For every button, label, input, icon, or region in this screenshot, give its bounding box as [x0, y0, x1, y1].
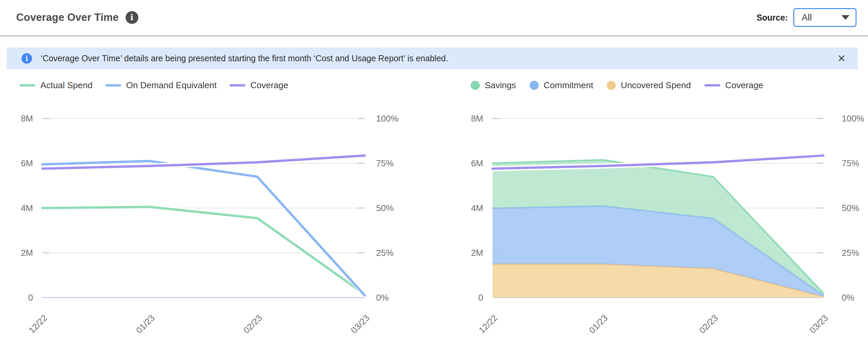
y-axis-label-right: 50% [842, 203, 859, 213]
x-axis-label: 12/22 [27, 313, 49, 335]
uncovered-spend-swatch-circle-icon [607, 81, 616, 90]
legend-label: Commitment [544, 80, 593, 91]
x-axis-label: 01/23 [134, 313, 157, 335]
legend-item-savings[interactable]: Savings [471, 80, 516, 91]
banner-info-icon: i [22, 53, 32, 64]
line-chart-legend: Actual SpendOn Demand EquivalentCoverage [20, 80, 288, 91]
y-axis-label-right: 25% [842, 248, 859, 258]
y-axis-label-left: 2M [471, 248, 483, 258]
x-axis-label: 12/22 [477, 313, 499, 335]
source-label: Source: [756, 13, 788, 23]
y-axis-label-left: 6M [471, 158, 483, 168]
y-axis-label-right: 0% [842, 292, 855, 303]
y-axis-label-left: 2M [21, 248, 33, 258]
y-axis-label-right: 50% [376, 203, 394, 213]
x-axis-label: 02/23 [241, 313, 264, 335]
chevron-down-icon [841, 15, 849, 20]
y-axis-label-left: 8M [471, 114, 483, 124]
legend-label: Uncovered Spend [621, 80, 691, 91]
title-wrap: Coverage Over Time i [16, 11, 138, 24]
coverage-swatch-line-icon [704, 84, 720, 87]
legend-label: Coverage [725, 80, 763, 91]
y-axis-label-right: 100% [842, 114, 864, 124]
actual-spend-line [42, 207, 365, 294]
y-axis-label-left: 6M [21, 158, 33, 168]
coverage-line-chart: 00%2M25%4M50%6M75%8M100%12/2201/2302/230… [13, 101, 431, 342]
savings-swatch-circle-icon [471, 81, 480, 90]
on-demand-equivalent-line [42, 161, 365, 295]
coverage-over-time-panel: Coverage Over Time i Source: All i ‘Cove… [0, 0, 868, 342]
legend-item-actual-spend[interactable]: Actual Spend [20, 80, 93, 91]
actual-spend-line-halo [42, 207, 365, 294]
y-axis-label-right: 75% [842, 158, 859, 168]
y-axis-label-left: 0 [478, 292, 483, 303]
title-info-icon[interactable]: i [126, 11, 138, 24]
legend-label: On Demand Equivalent [126, 80, 217, 91]
info-banner: i ‘Coverage Over Time’ details are being… [7, 48, 858, 69]
legend-item-coverage[interactable]: Coverage [229, 80, 288, 91]
y-axis-label-right: 100% [376, 114, 399, 124]
y-axis-label-left: 0 [28, 292, 33, 303]
y-axis-label-left: 8M [21, 114, 33, 124]
banner-text: ‘Coverage Over Time’ details are being p… [41, 54, 448, 63]
on-demand-equivalent-line-halo [42, 161, 365, 295]
legend-item-commitment[interactable]: Commitment [530, 80, 593, 91]
page-title: Coverage Over Time [16, 11, 119, 24]
close-icon[interactable]: ✕ [837, 54, 846, 64]
actual-spend-swatch-line-icon [20, 84, 35, 87]
coverage-stacked-chart: 00%2M25%4M50%6M75%8M100%12/2201/2302/230… [465, 101, 868, 342]
header-divider [0, 35, 868, 36]
y-axis-label-right: 75% [376, 158, 394, 168]
source-dropdown-value: All [802, 12, 812, 23]
y-axis-label-right: 0% [376, 292, 389, 303]
savings-commitment-stacked-svg: 00%2M25%4M50%6M75%8M100%12/2201/2302/230… [465, 101, 868, 342]
stacked-chart-legend: SavingsCommitmentUncovered SpendCoverage [471, 80, 763, 91]
legend-item-coverage[interactable]: Coverage [704, 80, 763, 91]
y-axis-label-left: 4M [21, 203, 33, 213]
legend-item-uncovered-spend[interactable]: Uncovered Spend [607, 80, 691, 91]
spend-coverage-line-svg: 00%2M25%4M50%6M75%8M100%12/2201/2302/230… [13, 101, 431, 342]
on-demand-equivalent-swatch-line-icon [105, 84, 121, 87]
x-axis-label: 03/23 [807, 313, 830, 335]
y-axis-label-left: 4M [471, 203, 483, 213]
legend-label: Actual Spend [40, 80, 93, 91]
x-axis-label: 01/23 [587, 313, 610, 335]
x-axis-label: 02/23 [697, 313, 720, 335]
source-control: Source: All [756, 8, 857, 27]
source-dropdown[interactable]: All [793, 8, 857, 27]
coverage-swatch-line-icon [229, 84, 245, 87]
commitment-swatch-circle-icon [530, 81, 539, 90]
legend-label: Coverage [250, 80, 288, 91]
y-axis-label-right: 25% [376, 248, 394, 258]
x-axis-label: 03/23 [349, 313, 371, 335]
legend-label: Savings [485, 80, 516, 91]
legend-item-on-demand-equivalent[interactable]: On Demand Equivalent [105, 80, 217, 91]
panel-header: Coverage Over Time i Source: All [0, 0, 868, 35]
